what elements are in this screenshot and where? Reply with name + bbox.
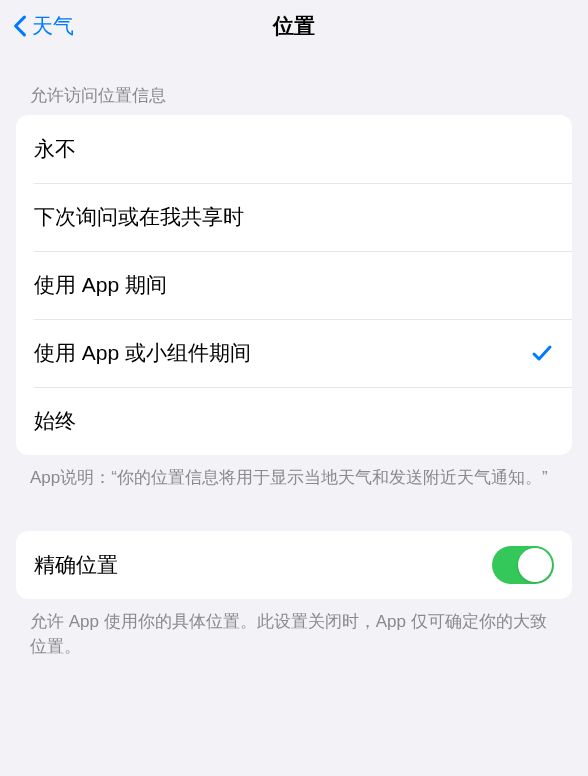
- page-title: 位置: [273, 12, 315, 40]
- location-option-label: 使用 App 期间: [34, 271, 167, 299]
- back-label: 天气: [32, 12, 74, 40]
- checkmark-icon: [530, 341, 554, 365]
- precise-location-row[interactable]: 精确位置: [16, 531, 572, 599]
- section-header-location-access: 允许访问位置信息: [0, 52, 588, 115]
- location-option-row[interactable]: 始终: [16, 387, 572, 455]
- location-option-row[interactable]: 下次询问或在我共享时: [16, 183, 572, 251]
- location-option-label: 使用 App 或小组件期间: [34, 339, 251, 367]
- precise-location-group: 精确位置: [16, 531, 572, 599]
- location-access-group: 永不下次询问或在我共享时使用 App 期间使用 App 或小组件期间始终: [16, 115, 572, 455]
- navbar: 天气 位置: [0, 0, 588, 52]
- precise-location-label: 精确位置: [34, 551, 118, 579]
- location-option-label: 永不: [34, 135, 76, 163]
- location-option-row[interactable]: 使用 App 或小组件期间: [16, 319, 572, 387]
- back-button[interactable]: 天气: [12, 12, 74, 40]
- toggle-knob: [518, 548, 552, 582]
- section-footer-precise-location: 允许 App 使用你的具体位置。此设置关闭时，App 仅可确定你的大致位置。: [0, 599, 588, 660]
- location-option-row[interactable]: 使用 App 期间: [16, 251, 572, 319]
- precise-location-toggle[interactable]: [492, 546, 554, 584]
- location-option-label: 始终: [34, 407, 76, 435]
- location-option-label: 下次询问或在我共享时: [34, 203, 244, 231]
- chevron-left-icon: [12, 14, 28, 38]
- section-footer-app-explanation: App说明：“你的位置信息将用于显示当地天气和发送附近天气通知。”: [0, 455, 588, 491]
- location-option-row[interactable]: 永不: [16, 115, 572, 183]
